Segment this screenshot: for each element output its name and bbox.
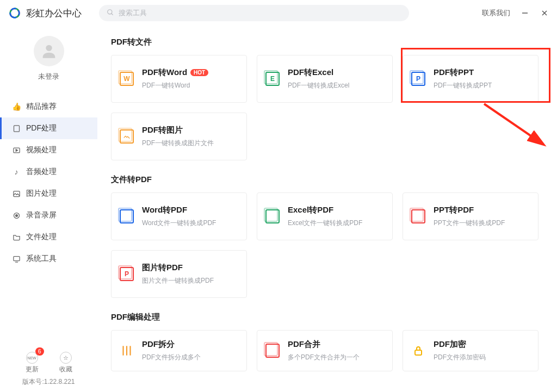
main-content: PDF转文件 W PDF转WordHOT PDF一键转Word E PDF转Ex…	[98, 26, 557, 392]
card-title: PDF转Excel	[288, 67, 333, 78]
word-to-pdf-icon	[119, 209, 134, 224]
svg-line-4	[112, 13, 113, 15]
avatar-icon[interactable]	[34, 36, 64, 66]
favorites-button[interactable]: ☆ 收藏	[59, 352, 72, 374]
update-button[interactable]: 6 NEW 更新	[26, 352, 39, 374]
audio-icon: ♪	[12, 167, 21, 176]
card-title: Excel转PDF	[288, 205, 333, 215]
word-icon: W	[119, 71, 134, 86]
contact-us-link[interactable]: 联系我们	[482, 8, 510, 18]
nav-item-file[interactable]: 文件处理	[0, 226, 97, 248]
card-subtitle: PDF一键转换成PPT	[434, 81, 492, 90]
sidebar-bottom: 6 NEW 更新 ☆ 收藏 版本号:1.22.8.221	[0, 347, 97, 392]
grid-pdf-to-file: W PDF转WordHOT PDF一键转Word E PDF转Excel PDF…	[111, 55, 542, 160]
image-to-pdf-icon: P	[119, 266, 134, 282]
card-subtitle: PDF文件拆分成多个	[142, 353, 201, 362]
star-icon: ☆	[60, 352, 72, 364]
svg-rect-19	[415, 350, 422, 355]
record-icon	[12, 211, 21, 220]
svg-point-13	[15, 214, 17, 216]
card-subtitle: PDF一键转换成图片文件	[142, 139, 214, 148]
lock-icon	[411, 343, 426, 358]
nav-label: 精品推荐	[26, 102, 57, 111]
excel-to-pdf-icon	[265, 209, 280, 224]
sidebar: 未登录 👍 精品推荐 PDF处理 视频处理 ♪ 音频处理 图片处理	[0, 26, 98, 392]
nav-item-video[interactable]: 视频处理	[0, 139, 97, 161]
card-subtitle: PDF一键转Word	[142, 81, 208, 90]
section-title-file-to-pdf: 文件转PDF	[111, 175, 542, 185]
card-subtitle: 多个PDF文件合并为一个	[288, 353, 360, 362]
card-pdf-encrypt[interactable]: PDF加密 PDF文件添加密码	[403, 330, 539, 371]
card-pdf-to-word[interactable]: W PDF转WordHOT PDF一键转Word	[111, 55, 247, 103]
ppt-to-pdf-icon	[411, 209, 426, 224]
nav-item-audio[interactable]: ♪ 音频处理	[0, 161, 97, 183]
system-icon	[12, 254, 21, 263]
nav-label: 录音录屏	[26, 210, 57, 220]
card-subtitle: Word文件一键转换成PDF	[142, 219, 216, 228]
nav-label: 视频处理	[26, 145, 57, 155]
nav-item-featured[interactable]: 👍 精品推荐	[0, 96, 97, 117]
card-word-to-pdf[interactable]: Word转PDF Word文件一键转换成PDF	[111, 192, 247, 240]
svg-rect-9	[14, 125, 19, 131]
svg-rect-14	[13, 256, 19, 260]
login-status[interactable]: 未登录	[0, 72, 97, 82]
svg-point-3	[108, 9, 112, 14]
hot-badge: HOT	[190, 69, 208, 76]
card-title: 图片转PDF	[142, 263, 183, 273]
search-placeholder: 搜索工具	[119, 8, 147, 18]
nav-label: PDF处理	[26, 123, 57, 133]
folder-icon	[12, 233, 21, 241]
card-pdf-to-excel[interactable]: E PDF转Excel PDF一键转换成Excel	[257, 55, 393, 103]
titlebar: 彩虹办公中心 搜索工具 联系我们	[0, 0, 557, 26]
card-title: PDF合并	[288, 339, 320, 350]
update-label: 更新	[26, 365, 39, 374]
nav-item-record[interactable]: 录音录屏	[0, 204, 97, 226]
image-convert-icon	[119, 129, 134, 144]
card-excel-to-pdf[interactable]: Excel转PDF Excel文件一键转换成PDF	[257, 192, 393, 240]
card-ppt-to-pdf[interactable]: PPT转PDF PPT文件一键转换成PDF	[403, 192, 539, 240]
minimize-button[interactable]	[520, 8, 530, 18]
card-subtitle: Excel文件一键转换成PDF	[288, 219, 362, 228]
section-title-pdf-edit: PDF编辑处理	[111, 312, 542, 322]
nav-label: 系统工具	[26, 254, 57, 264]
card-pdf-split[interactable]: PDF拆分 PDF文件拆分成多个	[111, 330, 247, 371]
card-title: Word转PDF	[142, 205, 187, 215]
card-image-to-pdf[interactable]: P 图片转PDF 图片文件一键转换成PDF	[111, 250, 247, 298]
split-icon	[119, 343, 134, 358]
app-logo-icon	[9, 7, 21, 19]
card-title: PDF拆分	[142, 339, 175, 350]
nav-item-pdf[interactable]: PDF处理	[0, 117, 97, 139]
favorites-label: 收藏	[59, 365, 72, 374]
image-icon	[12, 189, 21, 198]
section-title-pdf-to-file: PDF转文件	[111, 37, 542, 47]
svg-point-2	[9, 7, 21, 19]
nav-label: 音频处理	[26, 167, 57, 177]
card-title: PDF转Word	[142, 67, 187, 78]
card-title: PDF转PPT	[434, 67, 474, 78]
ppt-icon: P	[411, 71, 426, 86]
card-subtitle: PDF一键转换成Excel	[288, 81, 349, 90]
card-pdf-to-image[interactable]: PDF转图片 PDF一键转换成图片文件	[111, 113, 247, 160]
video-icon	[12, 146, 21, 154]
version-label: 版本号:1.22.8.221	[0, 377, 97, 387]
search-input[interactable]: 搜索工具	[99, 5, 409, 21]
grid-pdf-edit: PDF拆分 PDF文件拆分成多个 PDF合并 多个PDF文件合并为一个 PDF加…	[111, 330, 542, 371]
nav-label: 图片处理	[26, 189, 57, 198]
card-pdf-merge[interactable]: PDF合并 多个PDF文件合并为一个	[257, 330, 393, 371]
card-title: PDF转图片	[142, 125, 183, 135]
excel-icon: E	[265, 71, 280, 86]
close-button[interactable]	[540, 8, 549, 18]
svg-point-8	[46, 45, 52, 51]
card-subtitle: PPT文件一键转换成PDF	[434, 219, 505, 228]
pdf-icon	[12, 124, 21, 133]
card-subtitle: 图片文件一键转换成PDF	[142, 276, 214, 285]
card-subtitle: PDF文件添加密码	[434, 353, 486, 362]
search-icon	[107, 9, 114, 18]
card-title: PDF加密	[434, 339, 466, 350]
thumb-up-icon: 👍	[12, 102, 21, 111]
nav-item-image[interactable]: 图片处理	[0, 183, 97, 204]
card-pdf-to-ppt[interactable]: P PDF转PPT PDF一键转换成PPT	[403, 55, 539, 103]
nav-item-system[interactable]: 系统工具	[0, 248, 97, 270]
update-badge: 6	[35, 347, 44, 356]
card-title: PPT转PDF	[434, 205, 474, 215]
